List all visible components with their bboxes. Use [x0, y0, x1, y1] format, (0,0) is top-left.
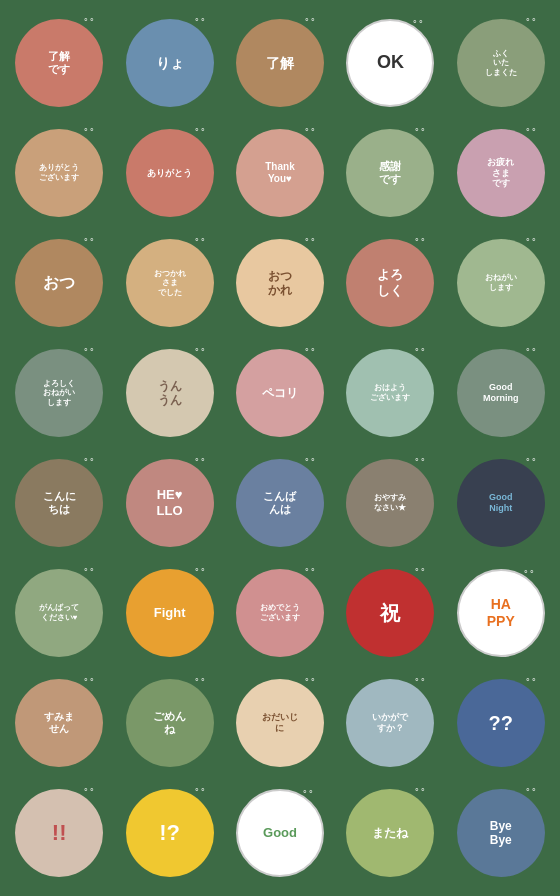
sticker-cell-10[interactable]: ∘∘お疲れさまです: [446, 118, 556, 228]
sticker-9[interactable]: ∘∘感謝です: [346, 129, 434, 217]
sticker-35[interactable]: ∘∘??: [457, 679, 545, 767]
sticker-cell-21[interactable]: ∘∘こんにちは: [4, 448, 114, 558]
sticker-19[interactable]: ∘∘おはようございます: [346, 349, 434, 437]
sticker-cell-22[interactable]: ∘∘HE♥LLO: [114, 448, 224, 558]
sticker-cell-9[interactable]: ∘∘感謝です: [335, 118, 445, 228]
sticker-26[interactable]: ∘∘がんばってください♥: [15, 569, 103, 657]
sticker-cell-35[interactable]: ∘∘??: [446, 668, 556, 778]
sticker-cell-15[interactable]: ∘∘おねがいします: [446, 228, 556, 338]
pin-icon-18: ∘∘: [304, 345, 316, 355]
pin-icon-27: ∘∘: [194, 565, 206, 575]
sticker-cell-28[interactable]: ∘∘おめでとうございます: [225, 558, 335, 668]
sticker-14[interactable]: ∘∘よろしく: [346, 239, 434, 327]
pin-icon-26: ∘∘: [83, 565, 95, 575]
pin-icon-23: ∘∘: [304, 455, 316, 465]
sticker-37[interactable]: ∘∘!?: [126, 789, 214, 877]
pin-icon-39: ∘∘: [414, 785, 426, 795]
sticker-cell-39[interactable]: ∘∘またね: [335, 778, 445, 888]
sticker-cell-27[interactable]: ∘∘Fight: [114, 558, 224, 668]
sticker-cell-5[interactable]: ∘∘ふくいたしまくた: [446, 8, 556, 118]
sticker-text-1: 了解です: [48, 50, 70, 76]
sticker-23[interactable]: ∘∘こんばんは: [236, 459, 324, 547]
sticker-38[interactable]: ∘∘Good: [236, 789, 324, 877]
pin-icon-9: ∘∘: [414, 125, 426, 135]
pin-icon-20: ∘∘: [525, 345, 537, 355]
sticker-15[interactable]: ∘∘おねがいします: [457, 239, 545, 327]
sticker-7[interactable]: ∘∘ありがとう: [126, 129, 214, 217]
sticker-2[interactable]: ∘∘りょ: [126, 19, 214, 107]
sticker-cell-37[interactable]: ∘∘!?: [114, 778, 224, 888]
sticker-24[interactable]: ∘∘おやすみなさい★: [346, 459, 434, 547]
sticker-28[interactable]: ∘∘おめでとうございます: [236, 569, 324, 657]
sticker-5[interactable]: ∘∘ふくいたしまくた: [457, 19, 545, 107]
sticker-cell-25[interactable]: ∘∘GoodNight: [446, 448, 556, 558]
sticker-cell-30[interactable]: ∘∘HAPPY: [446, 558, 556, 668]
sticker-cell-11[interactable]: ∘∘おつ: [4, 228, 114, 338]
sticker-17[interactable]: ∘∘うんうん: [126, 349, 214, 437]
sticker-cell-26[interactable]: ∘∘がんばってください♥: [4, 558, 114, 668]
sticker-4[interactable]: ∘∘OK: [346, 19, 434, 107]
sticker-cell-2[interactable]: ∘∘りょ: [114, 8, 224, 118]
sticker-text-17: うんうん: [158, 379, 182, 408]
sticker-cell-20[interactable]: ∘∘GoodMorning: [446, 338, 556, 448]
sticker-cell-3[interactable]: ∘∘了解: [225, 8, 335, 118]
sticker-cell-17[interactable]: ∘∘うんうん: [114, 338, 224, 448]
sticker-1[interactable]: ∘∘了解です: [15, 19, 103, 107]
sticker-cell-31[interactable]: ∘∘すみません: [4, 668, 114, 778]
sticker-32[interactable]: ∘∘ごめんね: [126, 679, 214, 767]
sticker-29[interactable]: ∘∘祝: [346, 569, 434, 657]
sticker-36[interactable]: ∘∘!!: [15, 789, 103, 877]
sticker-39[interactable]: ∘∘またね: [346, 789, 434, 877]
sticker-text-22: HE♥LLO: [157, 487, 183, 518]
pin-icon-12: ∘∘: [194, 235, 206, 245]
sticker-11[interactable]: ∘∘おつ: [15, 239, 103, 327]
sticker-text-13: おつかれ: [268, 269, 292, 298]
sticker-text-23: こんばんは: [263, 490, 296, 516]
sticker-cell-6[interactable]: ∘∘ありがとうございます: [4, 118, 114, 228]
sticker-cell-13[interactable]: ∘∘おつかれ: [225, 228, 335, 338]
sticker-text-25: GoodNight: [489, 492, 513, 514]
sticker-cell-33[interactable]: ∘∘おだいじに: [225, 668, 335, 778]
sticker-40[interactable]: ∘∘ByeBye: [457, 789, 545, 877]
sticker-cell-34[interactable]: ∘∘いかがですか？: [335, 668, 445, 778]
pin-icon-40: ∘∘: [525, 785, 537, 795]
sticker-cell-32[interactable]: ∘∘ごめんね: [114, 668, 224, 778]
sticker-21[interactable]: ∘∘こんにちは: [15, 459, 103, 547]
sticker-cell-29[interactable]: ∘∘祝: [335, 558, 445, 668]
pin-icon-8: ∘∘: [304, 125, 316, 135]
sticker-cell-36[interactable]: ∘∘!!: [4, 778, 114, 888]
sticker-cell-38[interactable]: ∘∘Good: [225, 778, 335, 888]
sticker-cell-19[interactable]: ∘∘おはようございます: [335, 338, 445, 448]
sticker-33[interactable]: ∘∘おだいじに: [236, 679, 324, 767]
sticker-cell-1[interactable]: ∘∘了解です: [4, 8, 114, 118]
sticker-27[interactable]: ∘∘Fight: [126, 569, 214, 657]
sticker-cell-18[interactable]: ∘∘ペコリ: [225, 338, 335, 448]
sticker-cell-16[interactable]: ∘∘よろしくおねがいします: [4, 338, 114, 448]
sticker-16[interactable]: ∘∘よろしくおねがいします: [15, 349, 103, 437]
sticker-10[interactable]: ∘∘お疲れさまです: [457, 129, 545, 217]
sticker-cell-12[interactable]: ∘∘おつかれさまでした: [114, 228, 224, 338]
sticker-12[interactable]: ∘∘おつかれさまでした: [126, 239, 214, 327]
sticker-cell-23[interactable]: ∘∘こんばんは: [225, 448, 335, 558]
sticker-3[interactable]: ∘∘了解: [236, 19, 324, 107]
sticker-6[interactable]: ∘∘ありがとうございます: [15, 129, 103, 217]
sticker-cell-14[interactable]: ∘∘よろしく: [335, 228, 445, 338]
sticker-8[interactable]: ∘∘ThankYou♥: [236, 129, 324, 217]
sticker-31[interactable]: ∘∘すみません: [15, 679, 103, 767]
sticker-25[interactable]: ∘∘GoodNight: [457, 459, 545, 547]
pin-icon-2: ∘∘: [194, 15, 206, 25]
sticker-cell-40[interactable]: ∘∘ByeBye: [446, 778, 556, 888]
sticker-cell-4[interactable]: ∘∘OK: [335, 8, 445, 118]
pin-icon-24: ∘∘: [414, 455, 426, 465]
sticker-22[interactable]: ∘∘HE♥LLO: [126, 459, 214, 547]
sticker-34[interactable]: ∘∘いかがですか？: [346, 679, 434, 767]
sticker-20[interactable]: ∘∘GoodMorning: [457, 349, 545, 437]
sticker-text-3: 了解: [266, 55, 294, 72]
sticker-13[interactable]: ∘∘おつかれ: [236, 239, 324, 327]
sticker-cell-24[interactable]: ∘∘おやすみなさい★: [335, 448, 445, 558]
sticker-text-29: 祝: [380, 601, 400, 625]
sticker-cell-7[interactable]: ∘∘ありがとう: [114, 118, 224, 228]
sticker-30[interactable]: ∘∘HAPPY: [457, 569, 545, 657]
sticker-18[interactable]: ∘∘ペコリ: [236, 349, 324, 437]
sticker-cell-8[interactable]: ∘∘ThankYou♥: [225, 118, 335, 228]
